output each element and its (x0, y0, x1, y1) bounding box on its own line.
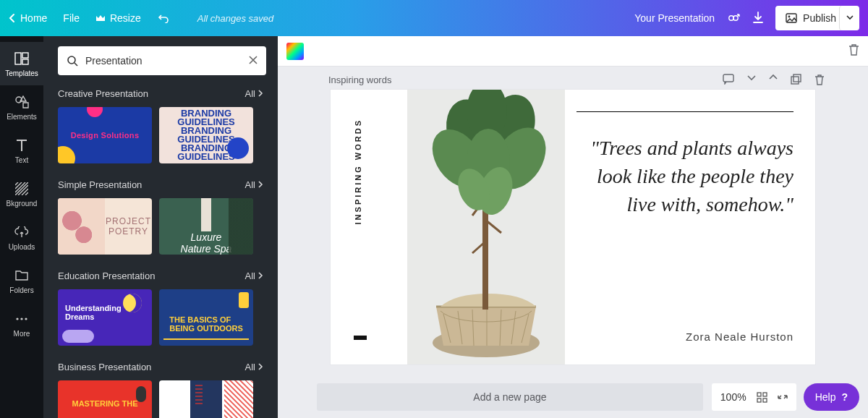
thumb-line: PROJECT (106, 216, 151, 226)
home-label: Home (20, 12, 47, 24)
thumb-line: POETRY (109, 226, 148, 236)
topbar-left: Home File Resize All changes saved (9, 12, 273, 24)
folder-icon (14, 268, 30, 283)
rail-label: Text (15, 156, 28, 164)
rail-item-text[interactable]: Text (0, 129, 43, 172)
thumb-line: Nature Spa (181, 243, 232, 255)
rail-item-uploads[interactable]: Uploads (0, 216, 43, 259)
slide-side-text[interactable]: INSPIRING WORDS (354, 119, 362, 224)
svg-rect-6 (22, 59, 28, 64)
rail-item-background[interactable]: Bkground (0, 172, 43, 216)
slide-title[interactable]: Inspiring words (328, 74, 391, 85)
template-thumb[interactable]: Design Solutions (58, 107, 152, 163)
zoom-controls: 100% (712, 383, 796, 411)
move-up-button[interactable] (769, 74, 778, 85)
svg-rect-13 (791, 77, 799, 84)
category-title: Creative Presentation (58, 88, 148, 99)
category-all-button[interactable]: All (245, 179, 263, 190)
category-all-button[interactable]: All (245, 362, 263, 372)
svg-rect-14 (793, 74, 801, 82)
search-clear[interactable] (249, 54, 258, 67)
fullscreen-button[interactable] (778, 392, 788, 402)
publish-label: Publish (803, 12, 836, 24)
search-icon (67, 55, 78, 67)
zoom-value[interactable]: 100% (720, 391, 746, 403)
publish-button[interactable]: Publish (775, 6, 846, 30)
undo-button[interactable] (157, 13, 169, 23)
slide-canvas[interactable]: INSPIRING WORDS (331, 90, 815, 364)
elements-icon (14, 94, 30, 110)
slide-side-strip: INSPIRING WORDS (354, 119, 368, 340)
footer-bar: Add a new page 100% Help ? (317, 383, 859, 411)
slide-side-bar (354, 336, 367, 340)
slide-quote[interactable]: "Trees and plants always look like the p… (576, 134, 793, 219)
category-all-button[interactable]: All (245, 270, 263, 281)
slide-author[interactable]: Zora Neale Hurston (686, 330, 793, 343)
help-button[interactable]: Help ? (804, 383, 859, 411)
template-thumb[interactable]: Luxure Nature Spa (159, 198, 253, 255)
svg-rect-5 (22, 53, 28, 58)
category-title: Simple Presentation (58, 179, 142, 190)
topbar-right: Your Presentation Publish (634, 6, 859, 30)
help-label: Help (815, 391, 836, 403)
uploads-icon (14, 224, 30, 240)
duplicate-button[interactable] (791, 74, 801, 85)
text-icon (14, 137, 30, 153)
svg-rect-28 (757, 398, 761, 402)
thumb-line: BEING OUTDOORS (169, 324, 242, 333)
rail-item-more[interactable]: More (0, 302, 43, 346)
all-label: All (245, 179, 255, 190)
rail-item-folders[interactable]: Folders (0, 259, 43, 302)
add-page-button[interactable]: Add a new page (317, 383, 703, 411)
delete-slide-button[interactable] (814, 74, 825, 85)
template-thumb[interactable]: Understanding Dreams (58, 289, 152, 346)
template-thumb[interactable]: THE BASICS OF BEING OUTDOORS (159, 289, 253, 346)
templates-panel: Creative Presentation All Design Solutio… (43, 36, 278, 418)
template-thumb[interactable]: BRANDING GUIDELINES BRANDING GUIDELINES … (159, 107, 253, 163)
share-icon[interactable] (726, 12, 741, 25)
file-label: File (63, 12, 80, 24)
all-label: All (245, 362, 255, 372)
rail-item-templates[interactable]: Templates (0, 42, 43, 85)
category-title: Business Presentation (58, 362, 151, 372)
rail-label: Uploads (9, 243, 35, 251)
category-education: Education Presentation All Understanding… (43, 265, 278, 346)
templates-icon (14, 51, 30, 67)
more-icon (14, 311, 30, 327)
slide-meta: Inspiring words (278, 67, 868, 88)
download-icon[interactable] (752, 12, 764, 25)
template-thumb[interactable]: MASTERING THE ART OF SELLING (58, 380, 152, 418)
home-button[interactable]: Home (9, 12, 47, 24)
editor-toolbar (278, 36, 868, 67)
thumb-title: Design Solutions (71, 131, 140, 140)
delete-button[interactable] (848, 46, 859, 58)
move-down-button[interactable] (747, 74, 756, 85)
color-swatch-button[interactable] (286, 43, 304, 60)
all-label: All (245, 88, 255, 99)
thumb-line: Understanding (65, 304, 122, 312)
file-menu[interactable]: File (63, 12, 80, 24)
svg-point-11 (68, 56, 75, 64)
grid-view-button[interactable] (757, 392, 767, 403)
search-wrap (43, 36, 278, 82)
resize-label: Resize (110, 12, 141, 24)
rail-item-elements[interactable]: Elements (0, 85, 43, 129)
search-input[interactable] (85, 55, 249, 67)
search-box[interactable] (58, 46, 266, 75)
publish-dropdown[interactable] (839, 6, 859, 30)
slide-divider[interactable] (576, 111, 793, 112)
resize-menu[interactable]: Resize (95, 12, 141, 24)
category-title: Education Presentation (58, 270, 155, 281)
rail-label: Bkground (7, 200, 38, 208)
question-icon: ? (841, 391, 848, 403)
thumb-line: MASTERING THE (72, 399, 137, 408)
comment-button[interactable] (723, 74, 734, 85)
save-status: All changes saved (197, 13, 274, 24)
slide-image[interactable] (407, 90, 565, 364)
template-thumb[interactable]: Hustle Loft Coworking (159, 380, 253, 418)
category-simple: Simple Presentation All PROJECT POETRY L… (43, 174, 278, 255)
category-all-button[interactable]: All (245, 88, 263, 99)
doc-title[interactable]: Your Presentation (634, 12, 715, 24)
topbar: Home File Resize All changes saved Your … (0, 0, 868, 36)
template-thumb[interactable]: PROJECT POETRY (58, 198, 152, 255)
